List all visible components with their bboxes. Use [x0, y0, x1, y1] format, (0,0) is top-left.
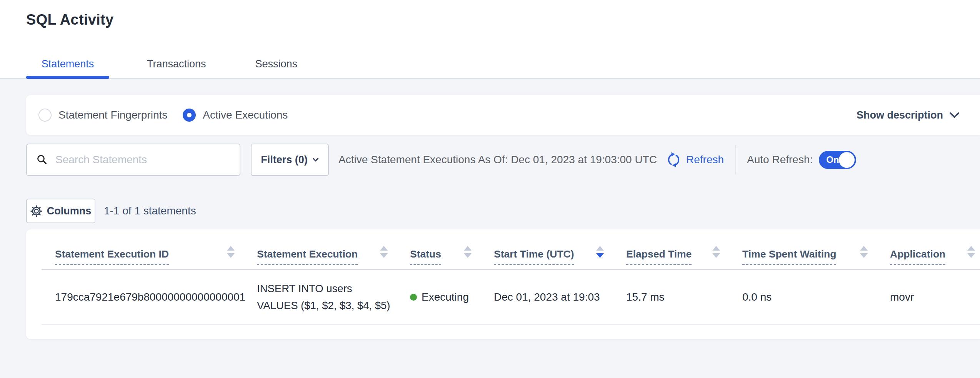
- column-header-label[interactable]: Application: [890, 248, 945, 265]
- statements-table-card: Statement Execution ID Statement Executi…: [26, 229, 980, 339]
- vertical-divider: [735, 145, 736, 174]
- table-toolbar: Columns 1-1 of 1 statements: [26, 199, 980, 223]
- table-row: 179cca7921e679b80000000000000001 INSERT …: [42, 270, 980, 325]
- cell-start-time: Dec 01, 2023 at 19:03: [494, 291, 626, 303]
- refresh-label[interactable]: Refresh: [686, 154, 724, 166]
- auto-refresh-label: Auto Refresh:: [747, 154, 813, 166]
- sort-icon-descending[interactable]: [596, 246, 604, 258]
- table-header-row: Statement Execution ID Statement Executi…: [42, 229, 980, 270]
- refresh-icon[interactable]: [665, 151, 682, 168]
- sort-icon[interactable]: [464, 246, 472, 258]
- status-dot-icon: [410, 294, 417, 301]
- auto-refresh-toggle[interactable]: On: [819, 151, 856, 169]
- column-header-label[interactable]: Statement Execution: [257, 248, 358, 265]
- result-count: 1-1 of 1 statements: [104, 205, 196, 217]
- column-header-label[interactable]: Start Time (UTC): [494, 248, 574, 265]
- filter-bar: Filters (0) Active Statement Executions …: [26, 144, 980, 176]
- filters-button[interactable]: Filters (0): [251, 144, 329, 176]
- column-header-start-time[interactable]: Start Time (UTC): [494, 246, 626, 269]
- column-header-label[interactable]: Time Spent Waiting: [742, 248, 836, 265]
- filters-button-label[interactable]: Filters (0): [261, 154, 308, 166]
- search-input[interactable]: [55, 153, 232, 166]
- chevron-down-icon: [949, 112, 960, 119]
- tab-transactions[interactable]: Transactions: [147, 58, 206, 79]
- radio-selected-icon[interactable]: [183, 109, 196, 122]
- tab-sessions[interactable]: Sessions: [255, 58, 298, 79]
- sort-icon[interactable]: [380, 246, 388, 258]
- statements-table: Statement Execution ID Statement Executi…: [42, 229, 980, 325]
- radio-label[interactable]: Active Executions: [203, 109, 288, 121]
- show-description-button[interactable]: Show description: [857, 109, 960, 121]
- column-header-label[interactable]: Statement Execution ID: [55, 248, 169, 265]
- sort-icon[interactable]: [860, 246, 868, 258]
- tab-statements[interactable]: Statements: [26, 58, 109, 79]
- refresh-button[interactable]: Refresh: [665, 151, 724, 168]
- status-label: Executing: [422, 291, 469, 303]
- gear-icon: [30, 205, 42, 217]
- sort-icon[interactable]: [712, 246, 720, 258]
- tab-bar: Statements Transactions Sessions: [26, 58, 297, 79]
- column-header-elapsed-time[interactable]: Elapsed Time: [626, 246, 742, 269]
- radio-active-executions[interactable]: Active Executions: [183, 109, 288, 122]
- page-title: SQL Activity: [26, 12, 980, 28]
- sort-icon[interactable]: [227, 246, 235, 258]
- toggle-knob[interactable]: [839, 152, 855, 168]
- columns-button-label[interactable]: Columns: [47, 205, 92, 217]
- columns-button[interactable]: Columns: [26, 199, 95, 223]
- cell-time-spent-waiting: 0.0 ns: [742, 291, 890, 303]
- column-header-application[interactable]: Application: [890, 246, 980, 269]
- as-of-timestamp: Active Statement Executions As Of: Dec 0…: [338, 154, 657, 166]
- radio-unselected-icon[interactable]: [38, 109, 52, 122]
- column-header-statement-execution-id[interactable]: Statement Execution ID: [42, 246, 257, 269]
- sort-icon[interactable]: [967, 246, 975, 258]
- search-icon: [36, 154, 48, 166]
- radio-statement-fingerprints[interactable]: Statement Fingerprints: [38, 109, 167, 122]
- column-header-status[interactable]: Status: [410, 246, 494, 269]
- cell-status: Executing: [410, 291, 494, 303]
- main-content: Statement Fingerprints Active Executions…: [0, 95, 980, 339]
- cell-execution-id[interactable]: 179cca7921e679b80000000000000001: [42, 291, 257, 303]
- column-header-statement-execution[interactable]: Statement Execution: [257, 246, 410, 269]
- search-box[interactable]: [26, 144, 240, 176]
- radio-label[interactable]: Statement Fingerprints: [58, 109, 167, 121]
- cell-application: movr: [890, 291, 980, 303]
- show-description-label[interactable]: Show description: [857, 109, 943, 121]
- cell-elapsed-time: 15.7 ms: [626, 291, 742, 303]
- cell-statement[interactable]: INSERT INTO users VALUES ($1, $2, $3, $4…: [257, 280, 392, 314]
- chevron-down-icon: [312, 157, 319, 162]
- column-header-label[interactable]: Status: [410, 248, 441, 265]
- toggle-state-label[interactable]: On: [826, 154, 839, 165]
- column-header-time-spent-waiting[interactable]: Time Spent Waiting: [742, 246, 890, 269]
- view-mode-card: Statement Fingerprints Active Executions…: [26, 95, 980, 135]
- column-header-label[interactable]: Elapsed Time: [626, 248, 692, 265]
- page-header: SQL Activity Statements Transactions Ses…: [0, 0, 980, 79]
